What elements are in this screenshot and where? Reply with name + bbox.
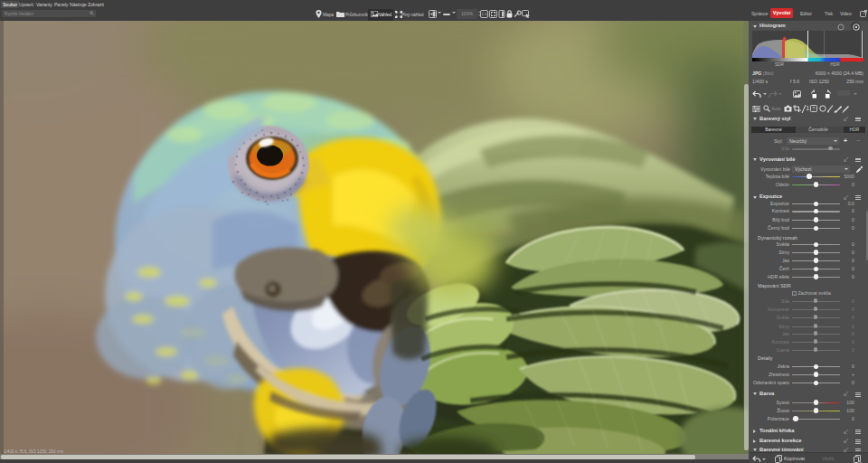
svg-text:?: ?: [813, 106, 816, 111]
svg-text:1:1: 1:1: [481, 12, 487, 16]
